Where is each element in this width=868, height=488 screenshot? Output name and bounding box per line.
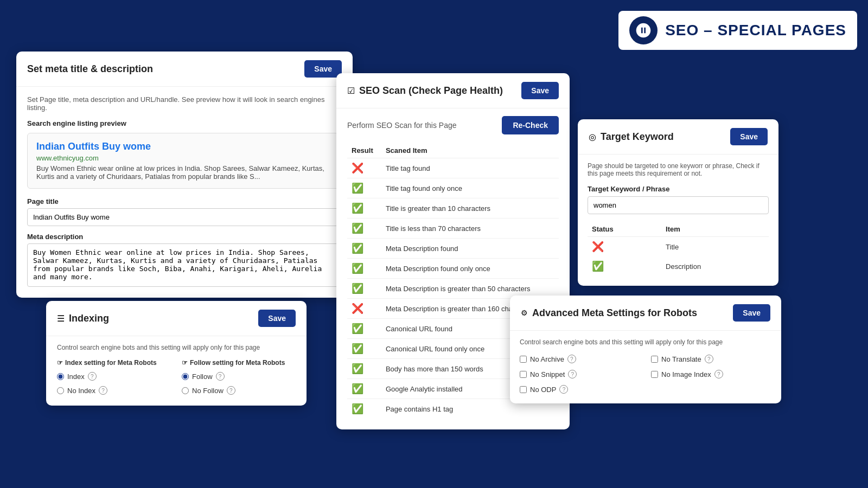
meta-description-text: Set Page title, meta description and URL… — [27, 95, 342, 112]
advanced-save-button[interactable]: Save — [733, 304, 770, 322]
meta-desc-textarea[interactable]: Buy Women Ethnic wear online at low pric… — [27, 243, 342, 287]
scan-table-row: ✅Title tag found only once — [347, 178, 559, 198]
seo-scan-header-content: ☑ SEO Scan (Check Page Health) — [347, 85, 503, 97]
scan-status-cell: ✅ — [347, 379, 381, 399]
ok-icon: ✅ — [352, 203, 363, 214]
target-keyword-body: Page should be targeted to one keyworr o… — [578, 155, 778, 286]
scan-status-cell: ✅ — [347, 399, 381, 419]
scan-status-cell: ✅ — [347, 339, 381, 359]
seo-scan-header: ☑ SEO Scan (Check Page Health) Save — [336, 73, 570, 108]
follow-icon: ☞ — [182, 359, 188, 367]
target-icon: ◎ — [589, 132, 596, 142]
scan-status-cell: ✅ — [347, 178, 381, 198]
seo-scan-row: Perform SEO Scan for this Page Re-Check — [347, 116, 559, 134]
advanced-info-icon[interactable]: ? — [559, 385, 568, 394]
advanced-checkbox-item[interactable]: No Translate? — [651, 355, 771, 363]
advanced-checkbox-label: No Translate — [661, 355, 701, 363]
scan-table-row: ✅Meta Description found only once — [347, 259, 559, 279]
advanced-checkbox[interactable] — [520, 371, 527, 378]
nofollow-radio[interactable] — [182, 387, 189, 394]
advanced-info-icon[interactable]: ? — [705, 355, 713, 363]
advanced-checkboxes-grid: No Archive?No Translate?No Snippet?No Im… — [520, 355, 771, 394]
advanced-checkbox[interactable] — [651, 371, 658, 378]
recheck-button[interactable]: Re-Check — [502, 116, 559, 134]
ok-icon: ✅ — [352, 283, 363, 294]
follow-col-title: ☞ Follow setting for Meta Robots — [182, 359, 296, 367]
target-keyword-heading: Target Keyword — [601, 131, 674, 143]
meta-title-card-header: Set meta title & description Save — [16, 52, 353, 87]
index-radio[interactable] — [57, 373, 64, 380]
target-status-cell: ❌ — [588, 237, 661, 257]
advanced-checkbox[interactable] — [520, 386, 527, 393]
target-save-button[interactable]: Save — [730, 128, 768, 145]
target-description: Page should be targeted to one keyworr o… — [588, 162, 769, 177]
advanced-info-icon[interactable]: ? — [568, 370, 577, 378]
nofollow-option[interactable]: No Follow ? — [182, 386, 296, 395]
scan-status-cell: ✅ — [347, 259, 381, 279]
scan-label-cell: Meta Description found only once — [381, 259, 559, 279]
follow-info-icon[interactable]: ? — [216, 372, 225, 381]
target-keyword-input[interactable] — [588, 196, 769, 214]
index-option[interactable]: Index ? — [57, 372, 171, 381]
scan-label-cell: Meta Description found — [381, 239, 559, 259]
preview-desc: Buy Women Ethnic wear online at low pric… — [36, 164, 333, 181]
seo-scan-heading: SEO Scan (Check Page Health) — [359, 85, 503, 97]
gear-icon: ⚙ — [521, 309, 528, 317]
follow-radio[interactable] — [182, 373, 189, 380]
scan-table-row: ✅Title is greater than 10 characters — [347, 198, 559, 219]
scan-status-cell: ✅ — [347, 279, 381, 299]
advanced-meta-body: Control search engine bots and this sett… — [510, 331, 781, 403]
seo-icon — [635, 22, 652, 39]
advanced-info-icon[interactable]: ? — [567, 355, 576, 363]
preview-url: www.ethnicyug.com — [36, 154, 333, 162]
header-icon — [629, 16, 658, 44]
meta-title-heading: Set meta title & description — [27, 63, 153, 75]
target-status-cell: ✅ — [588, 256, 661, 276]
advanced-checkbox-item[interactable]: No Archive? — [520, 355, 640, 363]
advanced-checkbox-label: No Snippet — [530, 370, 565, 378]
advanced-checkbox[interactable] — [520, 356, 527, 363]
scan-table-row: ❌Title tag found — [347, 158, 559, 178]
ok-icon: ✅ — [352, 363, 363, 374]
meta-title-body: Set Page title, meta description and URL… — [16, 87, 353, 298]
indexing-save-button[interactable]: Save — [258, 310, 296, 327]
advanced-info-icon[interactable]: ? — [714, 370, 723, 378]
target-item-cell: Title — [661, 237, 769, 257]
follow-radio-group: Follow ? No Follow ? — [182, 372, 296, 395]
index-info-icon[interactable]: ? — [88, 372, 97, 381]
seo-scan-text: Perform SEO Scan for this Page — [347, 121, 457, 130]
ok-icon: ✅ — [352, 223, 363, 234]
page-title-input[interactable] — [27, 208, 342, 226]
status-col-header: Status — [588, 222, 661, 237]
advanced-meta-header-content: ⚙ Advanced Meta Settings for Robots — [521, 307, 697, 319]
noindex-radio[interactable] — [57, 387, 64, 394]
scan-label-cell: Title is greater than 10 characters — [381, 198, 559, 219]
target-keyword-header-content: ◎ Target Keyword — [589, 131, 674, 143]
error-icon: ❌ — [352, 163, 363, 174]
noindex-option[interactable]: No Index ? — [57, 386, 171, 395]
header-bar: SEO – SPECIAL PAGES — [618, 11, 857, 50]
advanced-description: Control search engine bots and this sett… — [520, 338, 771, 346]
indexing-description: Control search engine bots and this sett… — [57, 344, 296, 351]
advanced-checkbox-item[interactable]: No Snippet? — [520, 370, 640, 378]
list-icon: ☰ — [57, 313, 65, 324]
advanced-meta-header: ⚙ Advanced Meta Settings for Robots Save — [510, 296, 781, 331]
indexing-body: Control search engine bots and this sett… — [46, 336, 307, 406]
indexing-header-content: ☰ Indexing — [57, 313, 109, 324]
ok-icon: ✅ — [352, 383, 363, 394]
noindex-info-icon[interactable]: ? — [99, 386, 107, 395]
advanced-checkbox-item[interactable]: No ODP? — [520, 385, 640, 394]
target-table-row: ❌Title — [588, 237, 769, 257]
advanced-checkbox-item[interactable]: No Image Index? — [651, 370, 771, 378]
advanced-checkbox[interactable] — [651, 356, 658, 363]
index-col: ☞ Index setting for Meta Robots Index ? … — [57, 359, 171, 395]
ok-icon: ✅ — [352, 243, 363, 254]
nofollow-info-icon[interactable]: ? — [227, 386, 235, 395]
preview-title: Indian Outfits Buy wome — [36, 141, 333, 152]
target-field-label: Target Keyword / Phrase — [588, 185, 769, 193]
meta-save-button[interactable]: Save — [304, 60, 342, 78]
error-icon: ❌ — [592, 241, 604, 252]
seo-scan-save-button[interactable]: Save — [521, 82, 559, 99]
error-icon: ❌ — [352, 303, 363, 314]
follow-option[interactable]: Follow ? — [182, 372, 296, 381]
